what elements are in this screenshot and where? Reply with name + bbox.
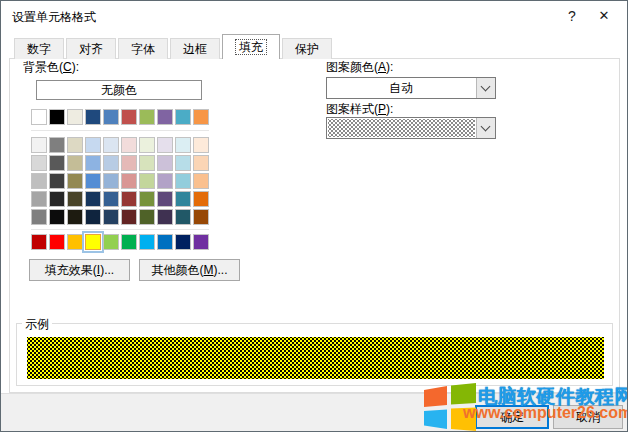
chevron-down-icon[interactable] <box>476 78 495 98</box>
color-swatch-fdeada[interactable] <box>193 137 209 153</box>
pattern-color-dropdown[interactable]: 自动 <box>326 77 496 99</box>
sample-label: 示例 <box>22 316 52 333</box>
color-swatch-8064a2[interactable] <box>157 109 173 125</box>
color-swatch-eeece1[interactable] <box>67 109 83 125</box>
color-swatch-dbeef3[interactable] <box>175 137 191 153</box>
color-swatch-4f81bd[interactable] <box>103 109 119 125</box>
tint-row-5 <box>31 209 211 225</box>
tab-protection[interactable]: 保护 <box>282 38 332 59</box>
color-swatch-b2a2c7[interactable] <box>157 173 173 189</box>
color-swatch-00b0f0[interactable] <box>139 234 155 250</box>
tab-font[interactable]: 字体 <box>118 38 168 59</box>
no-color-button[interactable]: 无颜色 <box>36 80 202 100</box>
tab-number[interactable]: 数字 <box>14 38 64 59</box>
color-swatch-ff0000[interactable] <box>49 234 65 250</box>
tab-fill[interactable]: 填充 <box>222 34 280 59</box>
color-swatch-ccc1d9[interactable] <box>157 155 173 171</box>
color-swatch-f2f2f2[interactable] <box>31 137 47 153</box>
color-swatch-c0504d[interactable] <box>121 109 137 125</box>
tint-row-1 <box>31 137 211 153</box>
tab-alignment[interactable]: 对齐 <box>66 38 116 59</box>
pattern-style-preview <box>328 119 475 137</box>
color-swatch-76923c[interactable] <box>139 191 155 207</box>
color-swatch-9bbb59[interactable] <box>139 109 155 125</box>
color-swatch-31859b[interactable] <box>175 191 191 207</box>
color-swatch-494429[interactable] <box>67 191 83 207</box>
more-colors-button[interactable]: 其他颜色(M)... <box>139 259 240 281</box>
color-swatch-ddd9c3[interactable] <box>67 137 83 153</box>
palette-separator <box>31 229 209 230</box>
color-swatch-e5b9b7[interactable] <box>121 155 137 171</box>
color-swatch-ebf1dd[interactable] <box>139 137 155 153</box>
color-swatch-d7e3bc[interactable] <box>139 155 155 171</box>
color-swatch-c6d9f0[interactable] <box>85 137 101 153</box>
color-swatch-4bacc6[interactable] <box>175 109 191 125</box>
color-swatch-262626[interactable] <box>49 191 65 207</box>
color-swatch-fbd5b5[interactable] <box>193 155 209 171</box>
color-swatch-0c0c0c[interactable] <box>49 209 65 225</box>
color-swatch-215867[interactable] <box>175 209 191 225</box>
color-swatch-244061[interactable] <box>103 209 119 225</box>
pattern-style-dropdown[interactable] <box>326 117 496 139</box>
color-swatch-974806[interactable] <box>193 209 209 225</box>
color-swatch-3f3151[interactable] <box>157 209 173 225</box>
color-swatch-3f3f3f[interactable] <box>49 173 65 189</box>
close-icon[interactable]: ✕ <box>589 1 619 31</box>
color-swatch-4f6228[interactable] <box>139 209 155 225</box>
color-swatch-7030a0[interactable] <box>193 234 209 250</box>
color-swatch-95b3d7[interactable] <box>103 173 119 189</box>
color-swatch-e5dfec[interactable] <box>157 137 173 153</box>
color-swatch-e36c09[interactable] <box>193 191 209 207</box>
color-swatch-7f7f7f[interactable] <box>49 137 65 153</box>
footer: 确定 取消 <box>1 393 627 432</box>
help-icon[interactable]: ? <box>557 1 587 31</box>
color-swatch-b8cce4[interactable] <box>103 155 119 171</box>
tab-border[interactable]: 边框 <box>170 38 220 59</box>
color-swatch-1d1b10[interactable] <box>67 209 83 225</box>
color-swatch-8db3e2[interactable] <box>85 155 101 171</box>
color-swatch-d99694[interactable] <box>121 173 137 189</box>
color-swatch-ffffff[interactable] <box>31 109 47 125</box>
format-cells-dialog: 设置单元格格式 ? ✕ 数字 对齐 字体 边框 填充 保护 背景色(C): 无颜… <box>0 0 628 432</box>
color-swatch-002060[interactable] <box>175 234 191 250</box>
color-swatch-92cddc[interactable] <box>175 173 191 189</box>
color-swatch-c00000[interactable] <box>31 234 47 250</box>
sample-preview <box>27 337 604 379</box>
color-swatch-f2dcdb[interactable] <box>121 137 137 153</box>
color-swatch-c4bd97[interactable] <box>67 155 83 171</box>
color-swatch-632423[interactable] <box>121 209 137 225</box>
tint-row-4 <box>31 191 211 207</box>
color-swatch-0070c0[interactable] <box>157 234 173 250</box>
color-swatch-5f497a[interactable] <box>157 191 173 207</box>
cancel-button[interactable]: 取消 <box>553 405 623 429</box>
color-swatch-938953[interactable] <box>67 173 83 189</box>
chevron-down-icon[interactable] <box>476 118 495 138</box>
color-swatch-fac08f[interactable] <box>193 173 209 189</box>
ok-button[interactable]: 确定 <box>475 405 549 429</box>
standard-color-row <box>31 234 211 250</box>
color-swatch-ffc000[interactable] <box>67 234 83 250</box>
color-swatch-00b050[interactable] <box>121 234 137 250</box>
color-swatch-7f7f7f[interactable] <box>31 209 47 225</box>
color-swatch-1f497d[interactable] <box>85 109 101 125</box>
fill-effects-button[interactable]: 填充效果(I)... <box>29 259 130 281</box>
color-swatch-ffff00[interactable] <box>85 234 101 250</box>
color-swatch-000000[interactable] <box>49 109 65 125</box>
color-swatch-366092[interactable] <box>103 191 119 207</box>
color-swatch-c3d69b[interactable] <box>139 173 155 189</box>
color-swatch-595959[interactable] <box>49 155 65 171</box>
color-swatch-f79646[interactable] <box>193 109 209 125</box>
pattern-color-value: 自动 <box>327 78 475 98</box>
color-swatch-a5a5a5[interactable] <box>31 191 47 207</box>
color-swatch-dbe5f1[interactable] <box>103 137 119 153</box>
palette-separator <box>31 130 209 131</box>
color-swatch-0f243e[interactable] <box>85 209 101 225</box>
color-swatch-92d050[interactable] <box>103 234 119 250</box>
color-swatch-b7dde8[interactable] <box>175 155 191 171</box>
color-swatch-d8d8d8[interactable] <box>31 155 47 171</box>
dialog-title: 设置单元格格式 <box>12 9 96 26</box>
color-swatch-17365d[interactable] <box>85 191 101 207</box>
color-swatch-548dd4[interactable] <box>85 173 101 189</box>
color-swatch-bfbfbf[interactable] <box>31 173 47 189</box>
color-swatch-953734[interactable] <box>121 191 137 207</box>
